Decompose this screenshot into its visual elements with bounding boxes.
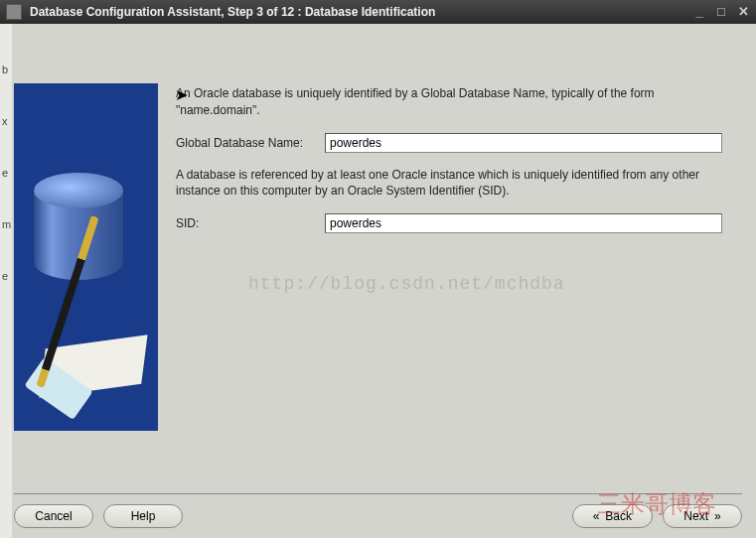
minimize-icon[interactable]: _ <box>692 5 706 19</box>
maximize-icon[interactable]: □ <box>714 5 728 19</box>
window-titlebar: Database Configuration Assistant, Step 3… <box>0 0 756 24</box>
window-controls: _ □ ✕ <box>692 5 750 19</box>
edge-char: x <box>2 115 12 127</box>
chevron-left-icon: « <box>593 509 600 523</box>
sid-label: SID: <box>176 216 325 230</box>
edge-char: m <box>2 218 12 230</box>
app-icon <box>6 4 22 20</box>
content-area: An Oracle database is uniquely identifie… <box>14 36 742 487</box>
description-text-1: An Oracle database is uniquely identifie… <box>176 85 722 119</box>
global-db-name-label: Global Database Name: <box>176 136 325 150</box>
back-button[interactable]: « Back <box>572 504 653 528</box>
description-text-2: A database is referenced by at least one… <box>176 167 722 201</box>
left-edge-strip: b x e m e <box>0 24 12 538</box>
form-area: An Oracle database is uniquely identifie… <box>176 36 742 487</box>
separator <box>14 493 742 494</box>
sid-row: SID: <box>176 213 742 233</box>
edge-char: b <box>2 64 12 75</box>
window-title: Database Configuration Assistant, Step 3… <box>30 5 692 19</box>
close-icon[interactable]: ✕ <box>736 5 750 19</box>
cancel-button[interactable]: Cancel <box>14 504 93 528</box>
help-button[interactable]: Help <box>103 504 183 528</box>
back-label: Back <box>605 509 632 523</box>
global-db-name-row: Global Database Name: <box>176 133 742 153</box>
next-button[interactable]: Next » <box>663 504 742 528</box>
window-body: An Oracle database is uniquely identifie… <box>0 24 756 538</box>
next-label: Next <box>683 509 708 523</box>
edge-char: e <box>2 167 12 179</box>
button-bar: Cancel Help « Back Next » <box>14 504 742 528</box>
side-illustration <box>14 83 158 431</box>
chevron-right-icon: » <box>714 509 721 523</box>
edge-char: e <box>2 270 12 282</box>
global-db-name-input[interactable] <box>325 133 722 153</box>
sid-input[interactable] <box>325 213 722 233</box>
